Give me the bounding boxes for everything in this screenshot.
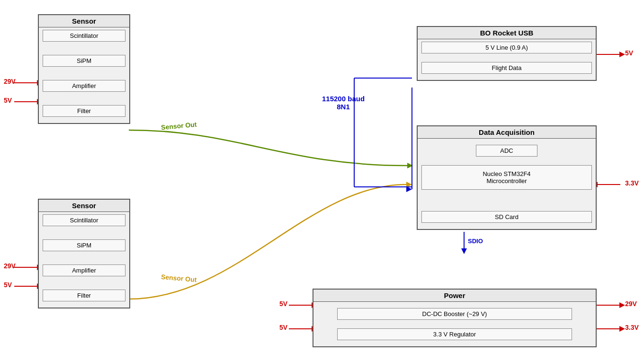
svg-marker-27: [619, 302, 625, 308]
data-nucleo: Nucleo STM32F4 Microcontroller: [421, 165, 592, 190]
sensor-out-2-label: Sensor Out: [161, 273, 197, 284]
sensor2-sipm: SiPM: [43, 239, 125, 251]
sensor2-block: Sensor Scintillator SiPM Amplifier Filte…: [38, 199, 130, 308]
sensor1-block: Sensor Scintillator SiPM Amplifier Filte…: [38, 14, 130, 124]
bo-rocket-title: BO Rocket USB: [418, 27, 596, 39]
s1-5v-label: 5V: [4, 97, 12, 104]
sensor1-title: Sensor: [39, 15, 129, 27]
svg-marker-19: [619, 52, 625, 57]
sensor2-amplifier: Amplifier: [43, 264, 125, 276]
p-5v-in1-label: 5V: [279, 300, 287, 308]
power-dcdc: DC-DC Booster (~29 V): [337, 308, 572, 320]
bo-5v-line: 5 V Line (0.9 A): [421, 42, 592, 53]
p-29v-out-label: 29V: [625, 300, 637, 308]
power-regulator: 3.3 V Regulator: [337, 328, 572, 340]
baud-label: 115200 baud 8N1: [322, 95, 365, 111]
s1-29v-label: 29V: [4, 78, 16, 85]
data-acq-block: Data Acquisition ADC Nucleo STM32F4 Micr…: [417, 125, 597, 230]
sensor1-sipm: SiPM: [43, 55, 125, 67]
svg-marker-1: [406, 182, 412, 187]
sdio-label: SDIO: [468, 238, 483, 245]
s2-5v-label: 5V: [4, 281, 12, 289]
s2-29v-label: 29V: [4, 262, 16, 270]
sensor-out-1-label: Sensor Out: [161, 121, 197, 132]
sensor2-title: Sensor: [39, 200, 129, 212]
p-5v-in2-label: 5V: [279, 324, 287, 331]
data-sdcard: SD Card: [421, 211, 592, 223]
bo-flight-data: Flight Data: [421, 62, 592, 74]
sensor1-filter: Filter: [43, 105, 125, 117]
p-33v-out-label: 3.3V: [625, 324, 639, 331]
power-title: Power: [313, 290, 596, 302]
power-block: Power DC-DC Booster (~29 V) 3.3 V Regula…: [313, 289, 597, 347]
sensor1-amplifier: Amplifier: [43, 80, 125, 92]
data-adc: ADC: [476, 145, 537, 157]
da-33v-label: 3.3V: [625, 179, 639, 187]
sensor2-filter: Filter: [43, 290, 125, 301]
sensor1-scintillator: Scintillator: [43, 30, 125, 42]
sensor2-scintillator: Scintillator: [43, 214, 125, 226]
svg-marker-4: [406, 186, 412, 192]
data-acq-title: Data Acquisition: [418, 126, 596, 139]
bo-5v-out-label: 5V: [625, 49, 633, 57]
bo-rocket-block: BO Rocket USB 5 V Line (0.9 A) Flight Da…: [417, 26, 597, 81]
svg-marker-9: [461, 248, 467, 254]
svg-marker-29: [619, 326, 625, 332]
diagram: Sensor Scintillator SiPM Amplifier Filte…: [0, 0, 644, 361]
svg-marker-0: [407, 163, 413, 168]
